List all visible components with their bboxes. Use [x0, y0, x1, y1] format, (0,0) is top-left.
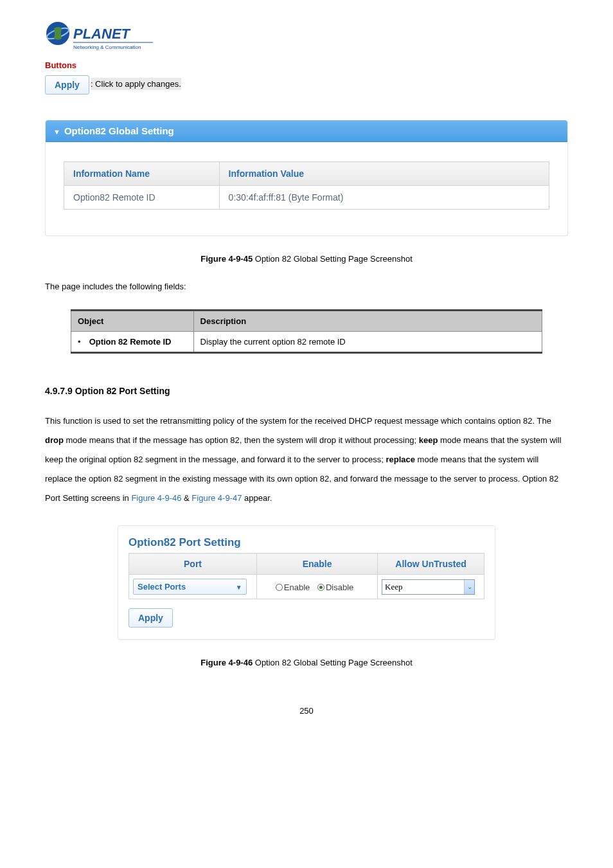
port-apply-row: Apply	[129, 608, 484, 628]
radio-enable-label: Enable	[284, 583, 310, 592]
desc-cell: Display the current option 82 remote ID	[193, 332, 542, 353]
port-setting-title: Option82 Port Setting	[129, 536, 484, 549]
panel-body: Information Name Information Value Optio…	[46, 142, 567, 235]
figure-link-46[interactable]: Figure 4-9-46	[131, 493, 181, 503]
desc-table: Object Description • Option 82 Remote ID…	[71, 309, 542, 354]
radio-enable[interactable]	[276, 584, 283, 591]
apply-button-example: Apply	[45, 75, 89, 95]
logo: PLANET Networking & Communication	[45, 19, 568, 54]
apply-description: : Click to apply changes.	[91, 78, 181, 90]
th-port: Port	[129, 554, 257, 575]
figure-caption-46: Figure 4-9-46 Option 82 Global Setting P…	[45, 658, 568, 667]
buttons-heading: Buttons	[45, 60, 568, 70]
enable-cell: Enable Disable	[257, 575, 378, 599]
figure-text: Option 82 Global Setting Page Screenshot	[253, 254, 413, 264]
allow-untrusted-cell: Keep ⌄	[378, 575, 484, 599]
svg-text:Networking & Communication: Networking & Communication	[73, 44, 141, 50]
svg-text:PLANET: PLANET	[73, 26, 131, 42]
figure-label: Figure 4-9-46	[200, 658, 253, 667]
panel-title: Option82 Global Setting	[64, 125, 174, 136]
table-row: Information Name Information Value	[64, 162, 549, 186]
section-paragraph: This function is used to set the retrans…	[45, 411, 568, 507]
select-ports-dropdown[interactable]: Select Ports ▼	[133, 579, 247, 595]
table-row: Port Enable Allow UnTrusted	[129, 554, 484, 575]
figure-caption-45: Figure 4-9-45 Option 82 Global Setting P…	[45, 254, 568, 264]
row-value: 0:30:4f:af:ff:81 (Byte Format)	[219, 186, 549, 210]
apply-button[interactable]: Apply	[129, 608, 173, 628]
th-description: Description	[193, 311, 542, 332]
info-table: Information Name Information Value Optio…	[64, 161, 549, 210]
port-select-cell: Select Ports ▼	[129, 575, 257, 599]
chevron-down-icon: ▼	[236, 583, 242, 590]
section-heading: 4.9.7.9 Option 82 Port Setting	[45, 386, 568, 396]
chevron-down-icon: ▼	[53, 128, 60, 136]
th-allow-untrusted: Allow UnTrusted	[378, 554, 484, 575]
desc-table-wrap: Object Description • Option 82 Remote ID…	[71, 309, 542, 354]
option82-global-panel: ▼Option82 Global Setting Information Nam…	[45, 120, 568, 236]
port-setting-panel: Option82 Port Setting Port Enable Allow …	[118, 525, 495, 640]
apply-row: Apply: Click to apply changes.	[45, 75, 568, 95]
object-cell: • Option 82 Remote ID	[71, 332, 194, 353]
bullet-icon: •	[78, 337, 87, 347]
planet-logo-svg: PLANET Networking & Communication	[45, 19, 154, 54]
th-enable: Enable	[257, 554, 378, 575]
radio-disable-label: Disable	[326, 583, 353, 592]
page-number: 250	[45, 706, 568, 716]
table-row: • Option 82 Remote ID Display the curren…	[71, 332, 542, 353]
figure-label: Figure 4-9-45	[200, 254, 253, 264]
table-row: Select Ports ▼ Enable Disable Keep ⌄	[129, 575, 484, 599]
row-name: Option82 Remote ID	[64, 186, 220, 210]
th-info-name: Information Name	[64, 162, 220, 186]
th-object: Object	[71, 311, 194, 332]
panel-header[interactable]: ▼Option82 Global Setting	[46, 120, 567, 142]
table-row: Object Description	[71, 311, 542, 332]
chevron-down-icon: ⌄	[464, 580, 474, 594]
radio-disable[interactable]	[317, 584, 324, 591]
allow-untrusted-select[interactable]: Keep ⌄	[382, 579, 475, 595]
port-table: Port Enable Allow UnTrusted Select Ports…	[129, 553, 484, 599]
th-info-value: Information Value	[219, 162, 549, 186]
figure-link-47[interactable]: Figure 4-9-47	[191, 493, 242, 503]
figure-text: Option 82 Global Setting Page Screenshot	[253, 658, 413, 667]
table-row: Option82 Remote ID 0:30:4f:af:ff:81 (Byt…	[64, 186, 549, 210]
enable-radio-group: Enable Disable	[261, 582, 373, 592]
fields-intro: The page includes the following fields:	[45, 282, 568, 291]
